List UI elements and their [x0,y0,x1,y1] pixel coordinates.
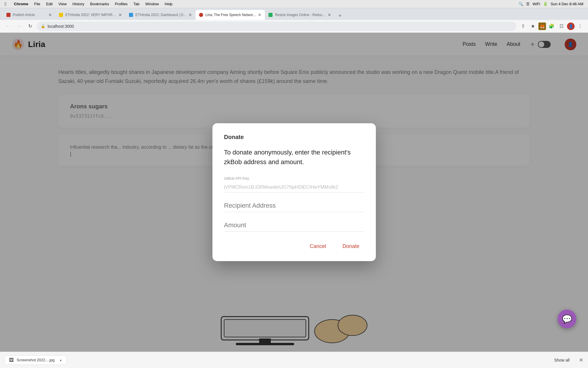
donate-button[interactable]: Donate [338,241,364,252]
website: 🔥 Liria Posts Write About [0,33,588,352]
modal-overlay[interactable]: Donate To donate anonymously, enter the … [0,33,588,352]
zkbob-label: zkBob API Key [224,176,364,180]
bookmark-button[interactable]: ★ [528,22,537,31]
menu-help[interactable]: Help [165,2,172,6]
lock-icon: 🔒 [41,24,45,28]
tab-favicon-3 [129,13,133,17]
tab-favicon-5 [268,13,273,17]
browser-tab-3[interactable]: ETHIndia 2022: Dashboard | D... ✕ [125,10,196,20]
profile-button[interactable]: 👤 [567,22,575,30]
download-bar-close[interactable]: ✕ [579,357,583,363]
menu-history[interactable]: History [72,2,84,6]
modal-description: To donate anonymously, enter the recipie… [224,147,364,167]
download-chevron-icon[interactable]: ▲ [59,358,62,362]
download-item[interactable]: 🖼 Screenshot 2022....jpg ▲ [5,355,67,365]
browser-tab-4[interactable]: Liria: The Free Speech Networ... ✕ [196,10,265,20]
browser-tab-2[interactable]: ETHIndia 2022: VERY IMPORT... ✕ [55,10,125,20]
apple-menu[interactable]:  [5,1,6,7]
amount-input[interactable] [224,219,364,232]
browser-tab-5[interactable]: Resize Images Online - Reduc... ✕ [265,10,335,20]
browser-tab-1[interactable]: Publish Article ✕ [3,10,55,20]
chrome-download-bar: 🖼 Screenshot 2022....jpg ▲ Show all ✕ [0,352,588,368]
menu-profiles[interactable]: Profiles [115,2,128,6]
tab-close-3[interactable]: ✕ [189,13,192,17]
download-filename: Screenshot 2022....jpg [17,358,55,362]
forward-button[interactable]: → [15,22,23,31]
modal-actions: Cancel Donate [224,241,364,252]
battery-icon: 🔋 [543,2,548,6]
tab-favicon-4 [199,13,203,17]
chrome-window: Publish Article ✕ ETHIndia 2022: VERY IM… [0,8,588,368]
wifi-icon: ‪WiFi‬ [533,2,540,6]
reload-button[interactable]: ↻ [26,22,34,31]
donate-modal: Donate To donate anonymously, enter the … [212,123,376,261]
recipient-field-group [224,199,364,212]
address-bar[interactable]: 🔒 localhost:3000 [37,22,516,31]
chat-fab-button[interactable]: 💬 [558,310,576,328]
tab-close-5[interactable]: ✕ [328,13,331,17]
tab-favicon-2 [59,13,63,17]
tab-favicon-1 [6,13,11,17]
chat-icon: 💬 [562,314,572,324]
menu-file[interactable]: File [34,2,40,6]
menu-tab[interactable]: Tab [133,2,139,6]
new-tab-button[interactable]: + [336,12,344,20]
menu-window[interactable]: Window [145,2,159,6]
fox-extension[interactable]: 🦊 [538,22,546,30]
toolbar-actions: ⇧ ★ 🦊 🧩 ☷ 👤 ⋮ [519,22,584,31]
control-center-icon[interactable]: ☰ [526,2,530,6]
menu-edit[interactable]: Edit [46,2,53,6]
clock: Sun 4 Dec 8:46 AM [551,2,583,6]
url-text: localhost:3000 [48,24,512,29]
menubar-right: 🔍 ☰ ‪WiFi‬ 🔋 Sun 4 Dec 8:46 AM [519,2,583,6]
app-menu-chrome[interactable]: Chrome [14,2,28,6]
page-content: 🔥 Liria Posts Write About [0,33,588,352]
puzzle-button[interactable]: 🧩 [547,22,556,31]
tab-title-4: Liria: The Free Speech Networ... [205,13,256,17]
back-button[interactable]: ← [4,22,12,31]
show-all-button[interactable]: Show all [551,356,573,364]
macos-menubar:  Chrome File Edit View History Bookmark… [0,0,588,8]
chrome-tabbar: Publish Article ✕ ETHIndia 2022: VERY IM… [0,8,588,20]
grid-button[interactable]: ☷ [557,22,566,31]
cancel-button[interactable]: Cancel [305,241,331,252]
tab-title-3: ETHIndia 2022: Dashboard | D... [135,13,186,17]
tab-close-1[interactable]: ✕ [48,13,52,17]
tab-title-2: ETHIndia 2022: VERY IMPORT... [65,13,116,17]
tab-title-1: Publish Article [13,13,46,17]
share-button[interactable]: ⇧ [519,22,527,31]
recipient-input[interactable] [224,199,364,212]
menu-bookmarks[interactable]: Bookmarks [90,2,109,6]
menu-button[interactable]: ⋮ [576,22,584,31]
zkbob-input[interactable] [224,182,364,192]
spotlight-icon[interactable]: 🔍 [519,2,523,6]
amount-field-group [224,219,364,232]
download-file-icon: 🖼 [9,357,14,363]
modal-title: Donate [224,134,364,140]
chrome-toolbar: ← → ↻ 🔒 localhost:3000 ⇧ ★ 🦊 🧩 ☷ 👤 ⋮ [0,20,588,33]
zkbob-field-group: zkBob API Key [224,176,364,192]
tab-close-4[interactable]: ✕ [258,13,261,17]
tab-title-5: Resize Images Online - Reduc... [275,13,325,17]
menu-view[interactable]: View [58,2,67,6]
tab-close-2[interactable]: ✕ [118,13,122,17]
